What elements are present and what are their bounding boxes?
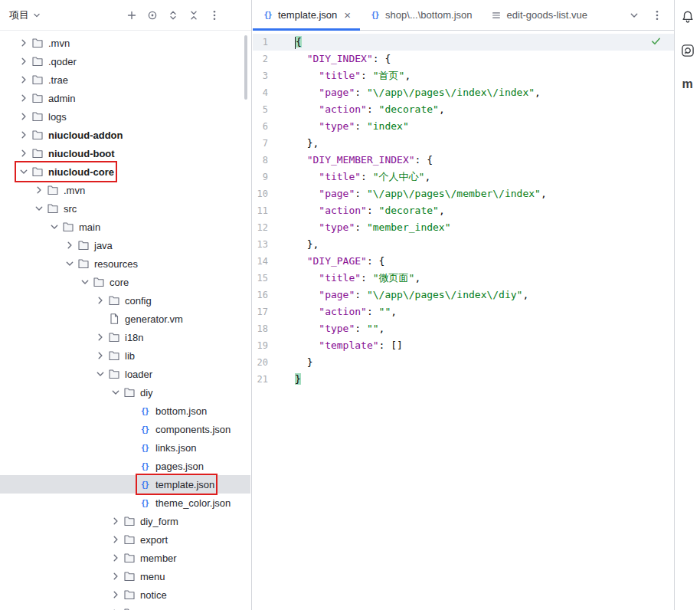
expand-all-icon[interactable] — [167, 9, 179, 21]
chevron-collapsed-icon[interactable] — [110, 552, 122, 564]
chevron-collapsed-icon[interactable] — [110, 589, 122, 601]
code-text: "title": "首页", — [276, 67, 411, 84]
code-line-10[interactable]: 10 "page": "\/app\/pages\/member\/index"… — [253, 185, 674, 202]
tree-item-menu[interactable]: menu — [0, 567, 250, 585]
tree-item-java[interactable]: java — [0, 236, 250, 254]
more-options-icon[interactable] — [651, 9, 663, 21]
chevron-collapsed-icon[interactable] — [18, 129, 30, 141]
tree-item-links.json[interactable]: {}links.json — [0, 438, 250, 457]
chevron-collapsed-icon[interactable] — [64, 239, 76, 251]
chevron-collapsed-icon[interactable] — [18, 110, 30, 123]
project-scrollbar[interactable] — [244, 35, 247, 100]
code-line-8[interactable]: 8 "DIY_MEMBER_INDEX": { — [253, 152, 674, 169]
tree-item-.mvn[interactable]: .mvn — [0, 34, 250, 52]
maven-icon[interactable]: m — [680, 77, 695, 92]
chevron-expanded-icon[interactable] — [94, 368, 106, 380]
tree-item-diy_form[interactable]: diy_form — [0, 512, 250, 530]
chevron-expanded-icon[interactable] — [64, 257, 76, 270]
tree-item-main[interactable]: main — [0, 218, 250, 236]
chevron-collapsed-icon[interactable] — [18, 55, 30, 67]
chevron-collapsed-icon[interactable] — [110, 515, 122, 527]
code-line-19[interactable]: 19 "template": [] — [253, 337, 674, 354]
tree-item-src[interactable]: src — [0, 199, 250, 218]
tree-item-core[interactable]: core — [0, 273, 250, 291]
chevron-expanded-icon[interactable] — [110, 386, 122, 398]
chevron-collapsed-icon[interactable] — [18, 92, 30, 104]
chevron-collapsed-icon[interactable] — [110, 533, 122, 546]
tree-item-generator.vm[interactable]: generator.vm — [0, 310, 250, 328]
chevron-collapsed-icon[interactable] — [94, 331, 106, 343]
tree-item-.trae[interactable]: .trae — [0, 71, 250, 89]
chevron-expanded-icon[interactable] — [48, 221, 61, 233]
chevron-collapsed-icon[interactable] — [94, 294, 106, 307]
code-line-9[interactable]: 9 "title": "个人中心", — [253, 169, 674, 185]
tree-item-.qoder[interactable]: .qoder — [0, 52, 250, 71]
chevron-collapsed-icon[interactable] — [18, 74, 30, 86]
chevron-collapsed-icon[interactable] — [110, 570, 122, 582]
tree-item-niucloud-addon[interactable]: niucloud-addon — [0, 126, 250, 144]
code-line-17[interactable]: 17 "action": "", — [253, 303, 674, 320]
tree-item-components.json[interactable]: {}components.json — [0, 420, 250, 438]
tree-item-i18n[interactable]: i18n — [0, 328, 250, 346]
tree-item-admin[interactable]: admin — [0, 89, 250, 107]
tree-item-theme_color.json[interactable]: {}theme_color.json — [0, 494, 250, 512]
tree-item-member[interactable]: member — [0, 549, 250, 567]
code-line-14[interactable]: 14 "DIY_PAGE": { — [253, 253, 674, 270]
chevron-expanded-icon[interactable] — [18, 166, 30, 178]
code-line-1[interactable]: 1{ — [253, 34, 674, 51]
tree-item-notice[interactable]: notice — [0, 585, 250, 604]
chevron-expanded-icon[interactable] — [33, 202, 45, 215]
code-line-12[interactable]: 12 "type": "member_index" — [253, 219, 674, 236]
tab-edit-goods-list.vue[interactable]: edit-goods-list.vue — [482, 0, 597, 30]
code-line-16[interactable]: 16 "page": "\/app\/pages\/index\/diy", — [253, 287, 674, 303]
tree-item-lib[interactable]: lib — [0, 346, 250, 365]
tree-item-export[interactable]: export — [0, 530, 250, 549]
code-line-18[interactable]: 18 "type": "", — [253, 320, 674, 337]
tree-item-bottom.json[interactable]: {}bottom.json — [0, 402, 250, 420]
tree-item-niucloud-boot[interactable]: niucloud-boot — [0, 144, 250, 162]
code-line-13[interactable]: 13 }, — [253, 236, 674, 253]
add-icon[interactable] — [126, 9, 138, 21]
tree-item-.mvn[interactable]: .mvn — [0, 181, 250, 199]
chevron-collapsed-icon[interactable] — [18, 147, 30, 159]
chevron-down-icon[interactable] — [31, 10, 42, 21]
tree-item-cutoff[interactable] — [0, 604, 250, 610]
code-line-21[interactable]: 21} — [253, 371, 674, 388]
code-line-7[interactable]: 7 }, — [253, 135, 674, 152]
close-tab-icon[interactable]: × — [344, 9, 351, 21]
chevron-collapsed-icon[interactable] — [94, 349, 106, 362]
collapse-all-icon[interactable] — [188, 9, 200, 21]
inspections-ok-icon[interactable] — [650, 35, 662, 47]
tree-item-logs[interactable]: logs — [0, 107, 250, 126]
tree-item-resources[interactable]: resources — [0, 254, 250, 273]
chevron-collapsed-icon[interactable] — [33, 184, 45, 196]
code-line-11[interactable]: 11 "action": "decorate", — [253, 202, 674, 219]
code-line-4[interactable]: 4 "page": "\/app\/pages\/index\/index", — [253, 84, 674, 101]
chevron-down-icon[interactable] — [628, 9, 640, 21]
tree-item-niucloud-core[interactable]: niucloud-core — [0, 162, 250, 181]
ai-assistant-icon[interactable] — [680, 43, 695, 58]
tree-item-template.json[interactable]: {}template.json — [0, 475, 250, 494]
chevron-expanded-icon[interactable] — [79, 276, 91, 288]
more-options-icon[interactable] — [208, 9, 221, 21]
tree-item-label: logs — [48, 111, 67, 123]
editor[interactable]: 1{2 "DIY_INDEX": {3 "title": "首页",4 "pag… — [253, 31, 674, 610]
code-line-15[interactable]: 15 "title": "微页面", — [253, 270, 674, 287]
tree-item-config[interactable]: config — [0, 291, 250, 310]
code-line-6[interactable]: 6 "type": "index" — [253, 118, 674, 135]
locate-opened-file-icon[interactable] — [146, 9, 159, 21]
project-toolbar — [126, 9, 221, 21]
tab-shop-...-bottom.json[interactable]: {}shop\...\bottom.json — [360, 0, 481, 30]
tree-item-diy[interactable]: diy — [0, 383, 250, 402]
notifications-bell-icon[interactable] — [680, 9, 695, 25]
tab-template.json[interactable]: {}template.json× — [253, 0, 360, 30]
code-line-5[interactable]: 5 "action": "decorate", — [253, 101, 674, 118]
chevron-collapsed-icon[interactable] — [110, 607, 122, 610]
project-panel-title[interactable]: 项目 — [9, 8, 29, 22]
tree-item-pages.json[interactable]: {}pages.json — [0, 457, 250, 475]
code-line-3[interactable]: 3 "title": "首页", — [253, 67, 674, 84]
chevron-collapsed-icon[interactable] — [18, 37, 30, 49]
tree-item-loader[interactable]: loader — [0, 365, 250, 383]
code-line-20[interactable]: 20 } — [253, 354, 674, 371]
code-line-2[interactable]: 2 "DIY_INDEX": { — [253, 51, 674, 67]
